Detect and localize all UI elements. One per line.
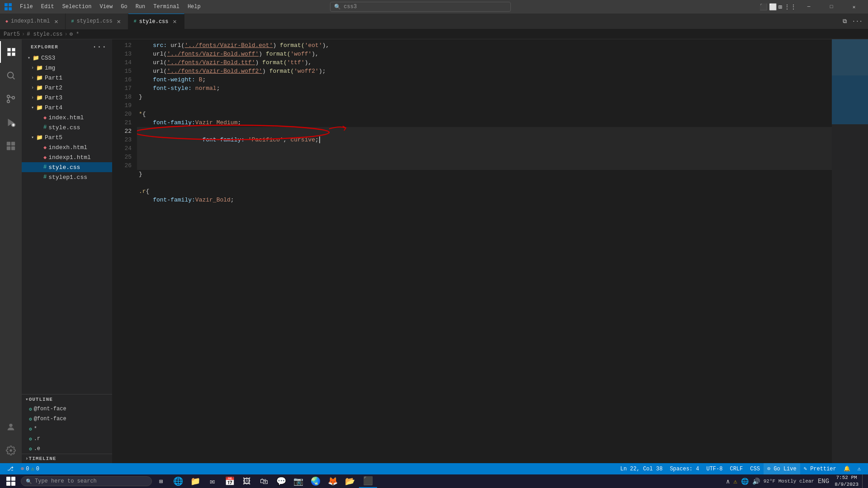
editor-area[interactable]: 12 13 14 15 16 17 18 19 20 21 22 23 24 2… [112,39,868,463]
sidebar-item-part3[interactable]: › 📁 Part3 [22,93,112,103]
tree-root-css3[interactable]: ▾ 📁 CSS3 [22,53,112,63]
taskbar-firefox-icon[interactable]: 🦊 [325,474,341,488]
tray-weather[interactable]: 92°F Mostly clear [762,474,816,488]
outline-item-star[interactable]: ⚙ * [22,424,112,434]
timeline-header[interactable]: › TIMELINE [22,454,112,463]
menu-view[interactable]: View [96,3,116,11]
taskbar-edge-icon[interactable]: 🌐 [170,474,186,488]
outline-item-r[interactable]: ⚙ .r [22,434,112,444]
tab-indexp1-html[interactable]: ◆ indexp1.html ✕ [0,14,66,29]
split-editor-button[interactable]: ⧉ [841,17,849,26]
task-view-button[interactable]: ⊞ [153,474,169,488]
ln-15: 15 [112,67,137,75]
search-activity-item[interactable] [0,65,22,86]
breadcrumb-part5[interactable]: Part5 [4,31,20,38]
sidebar-label-img: img [45,65,55,71]
tray-warning[interactable]: ⚠ [731,474,739,488]
system-clock[interactable]: 7:52 PM 8/9/2023 [831,474,862,488]
editor-layout-icon[interactable]: ⬛ [760,3,767,11]
start-button[interactable] [2,474,20,488]
sidebar-header: EXPLORER ··· [22,39,112,53]
taskbar-mail-icon[interactable]: ✉ [204,474,221,488]
breadcrumb-selector[interactable]: ⚙ * [70,31,80,38]
taskbar-files-icon[interactable]: 📂 [342,474,358,488]
sidebar-item-indexh-html[interactable]: › ◆ indexh.html [22,142,112,152]
status-spaces[interactable]: Spaces: 4 [666,463,703,474]
status-prettier[interactable]: ✎ Prettier [800,463,840,474]
menu-help[interactable]: Help [184,3,204,11]
taskbar-explorer-icon[interactable]: 📁 [187,474,203,488]
tray-lang[interactable]: ENG [816,474,831,488]
taskbar-vscode-icon[interactable]: ⬛ [359,474,377,488]
tab-stylep1-css[interactable]: # stylep1.css ✕ [66,14,128,29]
status-go-live[interactable]: ⊙ Go Live [764,463,800,474]
accounts-activity-item[interactable] [0,416,22,438]
tab-close-style[interactable]: ✕ [171,18,179,25]
status-line-endings[interactable]: CRLF [726,463,746,474]
sidebar-item-style-css-part4[interactable]: › # style.css [22,122,112,132]
minimize-button[interactable]: ─ [798,0,819,14]
sidebar-item-part2[interactable]: › 📁 Part2 [22,83,112,93]
status-language[interactable]: CSS [746,463,764,474]
menu-selection[interactable]: Selection [59,3,95,11]
global-search[interactable]: 🔍 css3 [330,2,511,12]
split-editor-icon[interactable]: ⬜ [769,3,777,11]
outline-item-e[interactable]: ⚙ .e [22,444,112,454]
tray-volume[interactable]: 🔊 [750,474,762,488]
settings-activity-item[interactable] [0,440,22,461]
maximize-button[interactable]: □ [821,0,842,14]
more-actions-button[interactable]: ··· [850,17,864,26]
taskbar-chrome-icon[interactable]: 🌏 [307,474,324,488]
run-debug-activity-item[interactable] [0,112,22,133]
sidebar-item-style-css-active[interactable]: › # style.css [22,162,112,172]
sidebar-item-img[interactable]: › 📁 img [22,63,112,73]
status-errors[interactable]: ⊗ 0 ⚠ 0 [17,463,43,474]
close-button[interactable]: ✕ [844,0,864,14]
folder-icon-part3: 📁 [36,94,43,101]
sidebar-item-part4[interactable]: ▾ 📁 Part4 [22,103,112,113]
taskbar-search[interactable]: 🔍 Type here to search [21,476,152,486]
taskbar-calendar-icon[interactable]: 📅 [222,474,238,488]
menu-file[interactable]: File [16,3,37,11]
svg-rect-3 [9,7,12,10]
status-cursor-pos[interactable]: Ln 22, Col 38 [617,463,666,474]
tray-show-desktop[interactable] [862,474,866,488]
git-icon: ⎇ [7,465,14,472]
sidebar-item-part1[interactable]: › 📁 Part1 [22,73,112,83]
status-notifications[interactable]: 🔔 [840,463,854,474]
tray-chevron[interactable]: ∧ [724,474,731,488]
taskbar-camera-icon[interactable]: 📷 [290,474,307,488]
sidebar-item-part5[interactable]: ▾ 📁 Part5 [22,132,112,142]
status-encoding[interactable]: UTF-8 [703,463,726,474]
grid-layout-icon[interactable]: ⊞ [778,3,782,11]
menu-run[interactable]: Run [132,3,149,11]
tab-close-stylep1[interactable]: ✕ [115,18,123,25]
taskbar-photos-icon[interactable]: 🖼 [239,474,255,488]
sidebar-item-index-html[interactable]: › ◆ index.html [22,113,112,122]
tray-network[interactable]: 🌐 [739,474,750,488]
sidebar-item-stylep1-css[interactable]: › # stylep1.css [22,172,112,182]
extensions-activity-item[interactable] [0,135,22,157]
more-layout-icon[interactable]: ⋮⋮ [784,3,797,11]
clock-time: 7:52 PM [836,474,857,481]
explorer-activity-item[interactable] [0,41,22,63]
outline-item-fontface-1[interactable]: ⚙ @font-face [22,404,112,414]
ln-26: 26 [112,161,137,170]
tab-close-indexp1[interactable]: ✕ [52,18,60,25]
code-editor[interactable]: src: url('../fonts/Vazir-Bold.eot') form… [137,39,832,463]
menu-go[interactable]: Go [117,3,131,11]
taskbar-teams-icon[interactable]: 💬 [273,474,289,488]
status-warning[interactable]: ⚠ [854,463,864,474]
code-text-15: url('../fonts/Vazir-Bold.woff2') format(… [137,67,832,75]
status-git-branch[interactable]: ⎇ [4,463,17,474]
sidebar-item-indexp1-html[interactable]: › ◆ indexp1.html [22,152,112,162]
menu-edit[interactable]: Edit [38,3,58,11]
breadcrumb-stylecss[interactable]: # style.css [27,31,62,38]
outline-header[interactable]: ▾ OUTLINE [22,394,112,404]
sidebar-more-button[interactable]: ··· [92,43,107,51]
menu-terminal[interactable]: Terminal [150,3,183,11]
taskbar-store-icon[interactable]: 🛍 [256,474,272,488]
outline-item-fontface-2[interactable]: ⚙ @font-face [22,414,112,424]
source-control-activity-item[interactable] [0,88,22,110]
tab-style-css[interactable]: # style.css ✕ [128,14,184,29]
